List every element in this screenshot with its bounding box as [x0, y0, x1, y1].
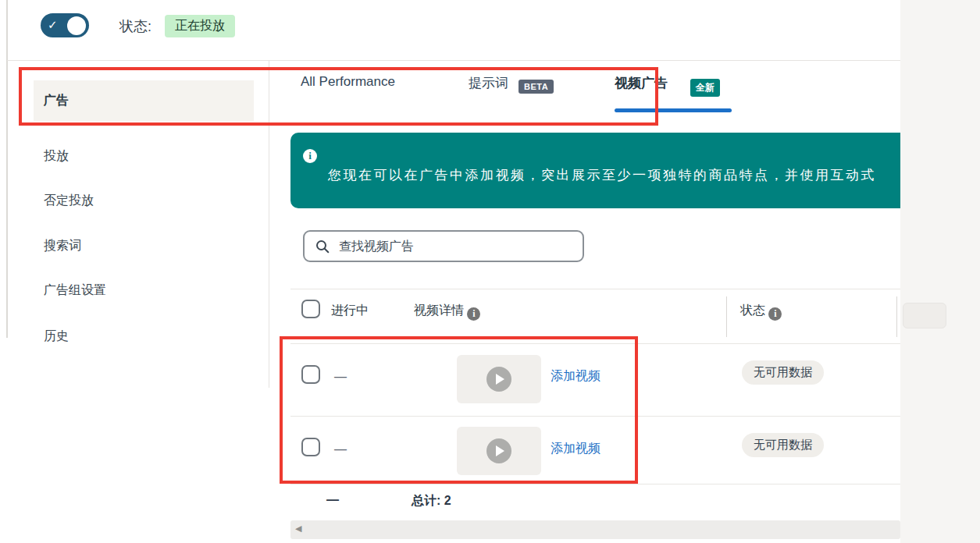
campaign-status-toggle[interactable]: ✓ — [41, 13, 89, 37]
new-badge: 全新 — [690, 79, 720, 97]
campaign-manager-page: ✓ 状态: 正在投放 广告 投放 否定投放 搜索词 广告组设置 历史 All P… — [0, 0, 980, 543]
content-card-border — [269, 61, 269, 388]
right-background-band — [900, 0, 980, 543]
header-divider — [7, 60, 900, 61]
video-thumbnail-placeholder — [457, 355, 541, 403]
footer-total: 总计: 2 — [412, 493, 451, 509]
video-thumbnail-placeholder — [457, 427, 541, 475]
column-header-running: 进行中 — [331, 303, 369, 319]
sidebar-item-negative-targeting[interactable]: 否定投放 — [34, 185, 254, 216]
status-badge: 正在投放 — [165, 15, 235, 37]
beta-badge: BETA — [519, 80, 554, 94]
sidebar-item-targeting[interactable]: 投放 — [34, 140, 254, 172]
horizontal-scrollbar[interactable]: ◀ — [290, 520, 900, 539]
active-tab-underline — [615, 108, 732, 112]
play-icon — [486, 367, 511, 392]
row-checkbox[interactable] — [301, 438, 320, 456]
add-video-link[interactable]: 添加视频 — [551, 441, 600, 457]
search-icon — [315, 240, 330, 254]
sidebar-item-ads[interactable]: 广告 — [34, 80, 254, 121]
info-icon[interactable]: i — [768, 307, 782, 321]
running-value: — — [334, 370, 347, 384]
tab-video-ads[interactable]: 视频广告 — [615, 74, 668, 92]
column-header-status: 状态 i — [740, 303, 782, 321]
sidebar-item-ad-group-settings[interactable]: 广告组设置 — [34, 275, 254, 306]
video-search-box[interactable] — [303, 230, 584, 262]
table-border — [290, 484, 900, 484]
running-value: — — [334, 442, 347, 456]
tab-prompt-words[interactable]: 提示词 — [469, 74, 508, 92]
video-info-banner: i 您现在可以在广告中添加视频，突出展示至少一项独特的商品特点，并使用互动式 — [290, 133, 900, 208]
column-divider — [896, 296, 897, 337]
status-value-badge: 无可用数据 — [742, 360, 824, 385]
info-icon[interactable]: i — [467, 307, 480, 321]
select-all-checkbox[interactable] — [301, 300, 320, 318]
banner-text: 您现在可以在广告中添加视频，突出展示至少一项独特的商品特点，并使用互动式 — [328, 166, 876, 184]
search-input[interactable] — [339, 233, 573, 259]
toggle-knob — [67, 16, 86, 35]
sidebar-item-search-terms[interactable]: 搜索词 — [34, 230, 254, 261]
footer-running-total: — — [326, 493, 339, 507]
info-icon: i — [303, 149, 317, 163]
checkmark-icon: ✓ — [48, 18, 58, 32]
play-icon — [486, 438, 511, 463]
table-border — [290, 343, 900, 344]
row-checkbox[interactable] — [301, 365, 320, 384]
sidebar-item-history[interactable]: 历史 — [34, 321, 254, 352]
column-header-status-label: 状态 — [740, 303, 765, 317]
scroll-left-arrow-icon[interactable]: ◀ — [295, 523, 301, 534]
left-panel-edge — [6, 0, 8, 338]
status-value-badge: 无可用数据 — [742, 433, 824, 457]
column-header-video-details-label: 视频详情 — [414, 303, 464, 317]
tab-all-performance[interactable]: All Performance — [301, 74, 395, 90]
column-divider — [726, 296, 727, 337]
cut-off-panel-chip — [903, 303, 946, 328]
add-video-link[interactable]: 添加视频 — [551, 368, 600, 385]
column-header-video-details: 视频详情 i — [414, 303, 480, 321]
table-border — [290, 289, 900, 289]
status-label: 状态: — [119, 17, 151, 36]
table-border — [290, 416, 900, 417]
